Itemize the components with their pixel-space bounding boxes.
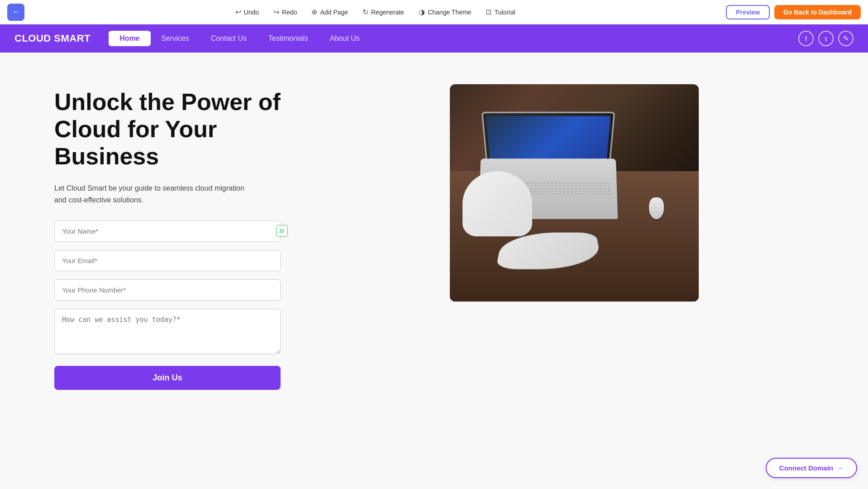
right-section [317, 80, 832, 302]
email-field-group [54, 250, 281, 271]
nav-link-services[interactable]: Services [151, 31, 200, 46]
name-input[interactable] [54, 221, 281, 242]
tutorial-button[interactable]: ⊡ Tutorial [479, 5, 521, 19]
hero-title: Unlock the Power of Cloud for Your Busin… [54, 89, 281, 170]
tutorial-icon: ⊡ [486, 8, 491, 16]
join-button[interactable]: Join Us [54, 366, 281, 390]
navbar-links: Home Services Contact Us Testimonials Ab… [109, 31, 798, 46]
main-content: Unlock the Power of Cloud for Your Busin… [0, 53, 868, 489]
toolbar-right: Preview Go Back to Dashboard [726, 5, 861, 19]
connect-domain-arrow-icon: → [837, 464, 844, 472]
nav-link-contact[interactable]: Contact Us [200, 31, 258, 46]
hero-subtitle: Let Cloud Smart be your guide to seamles… [54, 182, 253, 206]
phone-field-group [54, 279, 281, 301]
change-theme-button[interactable]: ◑ Change Theme [412, 5, 477, 19]
email-input[interactable] [54, 250, 281, 271]
nav-link-testimonials[interactable]: Testimonials [258, 31, 319, 46]
message-textarea[interactable] [54, 309, 281, 354]
chair-back [463, 171, 532, 236]
connect-domain-label: Connect Domain [779, 464, 833, 472]
twitter-icon[interactable]: t [818, 31, 834, 46]
field-edit-icon[interactable]: ⊞ [276, 225, 288, 237]
navbar: CLOUD SMART Home Services Contact Us Tes… [0, 24, 868, 53]
dashboard-button[interactable]: Go Back to Dashboard [774, 5, 861, 19]
redo-button[interactable]: ↪ Redo [267, 5, 303, 19]
theme-icon: ◑ [419, 8, 425, 16]
edit-icon[interactable]: ✎ [838, 31, 854, 46]
mouse [649, 197, 664, 219]
brand-logo: CLOUD SMART [14, 33, 91, 44]
left-section: Unlock the Power of Cloud for Your Busin… [54, 80, 281, 390]
preview-button[interactable]: Preview [726, 5, 770, 19]
back-button[interactable]: ← [7, 4, 24, 21]
add-page-icon: ⊕ [311, 8, 317, 16]
undo-button[interactable]: ↩ Undo [229, 5, 265, 19]
facebook-icon[interactable]: f [798, 31, 814, 46]
nav-link-home[interactable]: Home [109, 31, 150, 46]
redo-icon: ↪ [273, 8, 279, 16]
name-field-group: ⊞ [54, 221, 281, 242]
connect-domain-button[interactable]: Connect Domain → [766, 458, 857, 478]
toolbar: ← ↩ Undo ↪ Redo ⊕ Add Page ↻ Regenerate … [0, 0, 868, 24]
add-page-button[interactable]: ⊕ Add Page [305, 5, 354, 19]
regenerate-button[interactable]: ↻ Regenerate [356, 5, 410, 19]
message-field-group [54, 309, 281, 356]
toolbar-center: ↩ Undo ↪ Redo ⊕ Add Page ↻ Regenerate ◑ … [28, 5, 722, 19]
hero-image [450, 84, 699, 302]
nav-link-about[interactable]: About Us [319, 31, 371, 46]
navbar-social: f t ✎ [798, 31, 854, 46]
regenerate-icon: ↻ [362, 8, 368, 16]
phone-input[interactable] [54, 279, 281, 301]
undo-icon: ↩ [235, 8, 241, 16]
